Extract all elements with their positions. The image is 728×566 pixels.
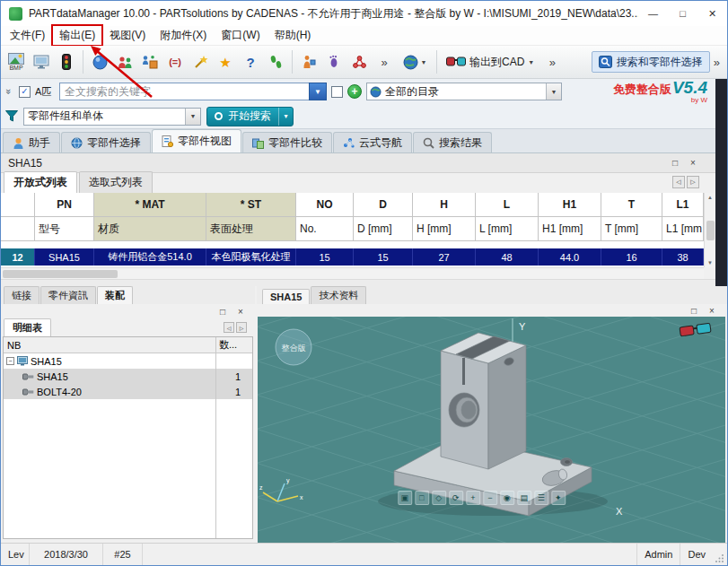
structure-button[interactable] — [347, 48, 371, 76]
table-horizontal-scrollbar[interactable] — [1, 267, 704, 279]
vscroll-thumb[interactable] — [706, 221, 715, 240]
tab-model-sha15[interactable]: SHA15 — [262, 289, 310, 304]
menu-export[interactable]: 输出(E) — [52, 25, 102, 46]
column-header-pn[interactable]: PN — [35, 193, 94, 217]
menu-window[interactable]: 窗口(W) — [214, 25, 267, 46]
column-header-st[interactable]: * ST — [206, 193, 296, 217]
tab-bom-list[interactable]: 明细表 — [4, 318, 51, 336]
tab-links[interactable]: 链接 — [4, 286, 39, 304]
tab-pick-list[interactable]: 选取式列表 — [79, 171, 153, 193]
scope-combobox[interactable]: 零部件组和单体 ▼ — [23, 108, 201, 126]
favorites-button[interactable]: ★ — [214, 48, 237, 76]
cad-overflow-button[interactable]: » — [540, 48, 564, 76]
viewer-maximize-button[interactable]: □ — [688, 306, 700, 316]
wand-button[interactable] — [189, 48, 212, 76]
tab-search-results[interactable]: 搜索结果 — [413, 132, 492, 152]
view-tool-button[interactable]: + — [466, 491, 480, 505]
tab-part-view[interactable]: 零部件视图 — [152, 129, 241, 152]
bom-row-bolt[interactable]: BOLT4-20 1 — [4, 384, 252, 399]
menu-addons[interactable]: 附加件(X) — [153, 25, 214, 46]
menu-view[interactable]: 视图(V) — [102, 25, 153, 46]
column-header-h[interactable]: H — [413, 193, 476, 217]
bom-column-qty[interactable]: 数... — [216, 337, 252, 353]
filter-checkbox[interactable] — [331, 86, 343, 98]
scroll-up-icon[interactable]: ▲ — [707, 194, 713, 201]
scope-dropdown-button[interactable]: ▼ — [185, 109, 200, 125]
doc-maximize-button[interactable]: □ — [669, 158, 681, 168]
export-person-button[interactable] — [297, 48, 320, 76]
menu-file[interactable]: 文件(F) — [3, 25, 52, 46]
scroll-down-icon[interactable]: ▼ — [707, 259, 713, 266]
tab-cloud-navigation[interactable]: 云式导航 — [333, 132, 412, 152]
start-search-button[interactable]: 开始搜索 ▾ — [206, 107, 294, 126]
traffic-light-button[interactable] — [55, 48, 78, 76]
bom-row-part[interactable]: SHA15 1 — [4, 369, 252, 384]
view-tool-button[interactable]: ☰ — [534, 491, 548, 505]
footprints-button[interactable] — [264, 48, 287, 76]
bmp-export-button[interactable]: BMP — [4, 48, 28, 76]
horizontal-splitter[interactable] — [1, 279, 715, 286]
match-checkbox[interactable]: ✓ — [19, 86, 31, 98]
help-button[interactable]: ? — [239, 48, 262, 76]
keyword-dropdown-button[interactable]: ▼ — [309, 83, 327, 100]
resize-grip[interactable] — [713, 544, 727, 565]
catalog-combobox[interactable]: 全部的目录 ▼ — [366, 83, 562, 100]
maximize-button[interactable]: □ — [668, 1, 697, 26]
column-header-l[interactable]: L — [476, 193, 539, 217]
bom-nav-right-button[interactable]: ▷ — [236, 322, 247, 333]
tab-tech-docs[interactable]: 技术资料 — [311, 286, 366, 304]
collapse-search-icon[interactable]: » — [4, 86, 14, 97]
export-to-cad-button[interactable]: 输出到CAD ▼ — [442, 50, 539, 74]
collapsed-dock-panel[interactable] — [715, 79, 728, 301]
add-filter-button[interactable]: + — [347, 84, 362, 99]
column-header-h1[interactable]: H1 — [539, 193, 601, 217]
viewer-close-button[interactable]: × — [706, 306, 718, 316]
view-tool-button[interactable]: ▣ — [398, 491, 412, 505]
list-nav-left-button[interactable]: ◁ — [672, 176, 685, 188]
toolbar-overflow-button[interactable]: » — [373, 48, 396, 76]
tree-collapse-icon[interactable]: − — [6, 357, 14, 365]
sphere-button[interactable] — [88, 48, 111, 76]
keyword-search-input[interactable] — [59, 83, 309, 100]
menu-help[interactable]: 帮助(H) — [268, 25, 319, 46]
bom-row-root[interactable]: − SHA15 — [4, 353, 252, 369]
assembly-maximize-button[interactable]: □ — [216, 307, 229, 317]
column-header-mat[interactable]: * MAT — [94, 193, 206, 217]
column-header-no[interactable]: NO — [296, 193, 354, 217]
right-overflow-button[interactable]: » — [714, 57, 720, 68]
table-vertical-scrollbar[interactable]: ▲ ▼ — [704, 193, 715, 267]
start-search-dropdown[interactable]: ▾ — [278, 108, 293, 126]
preview-button[interactable] — [30, 48, 53, 76]
bom-nav-left-button[interactable]: ◁ — [224, 322, 234, 333]
tab-open-list[interactable]: 开放式列表 — [4, 171, 77, 193]
globe-dropdown-button[interactable]: ▼ — [398, 48, 432, 76]
assembly-close-button[interactable]: × — [234, 307, 247, 317]
view-tool-button[interactable]: − — [483, 491, 497, 505]
catalog-dropdown-button[interactable]: ▼ — [546, 83, 561, 100]
table-row-selected[interactable]: 12 SHA15 铸件用铝合金514.0 本色阳极氧化处理 15 15 27 4… — [1, 248, 704, 266]
column-header-t[interactable]: T — [601, 193, 662, 217]
bom-column-name[interactable]: NB — [4, 337, 216, 353]
view-tool-button[interactable]: ◉ — [500, 491, 514, 505]
list-nav-right-button[interactable]: ▷ — [687, 176, 699, 188]
view-tool-button[interactable]: ✦ — [551, 491, 566, 505]
tab-part-info[interactable]: 零件資訊 — [40, 286, 96, 304]
view-tool-button[interactable]: ⟳ — [449, 491, 463, 505]
view-tool-button[interactable]: □ — [415, 491, 429, 505]
view-tool-button[interactable]: ◇ — [432, 491, 446, 505]
column-header-d[interactable]: D — [354, 193, 413, 217]
footprint-button[interactable] — [322, 48, 346, 76]
doc-close-button[interactable]: × — [687, 158, 699, 168]
hscroll-thumb[interactable] — [3, 270, 118, 278]
tab-part-selection[interactable]: 零部件选择 — [61, 132, 151, 152]
tab-part-compare[interactable]: 零部件比较 — [242, 132, 332, 152]
column-header-l1[interactable]: L1 — [662, 193, 704, 217]
close-button[interactable]: ✕ — [697, 1, 727, 26]
tab-assembly[interactable]: 装配 — [97, 286, 133, 304]
group-export-button[interactable] — [138, 48, 162, 76]
tab-assistant[interactable]: 助手 — [3, 132, 60, 152]
view-tool-button[interactable]: ▤ — [517, 491, 531, 505]
formula-button[interactable]: (=) — [163, 48, 187, 76]
minimize-button[interactable]: — — [638, 1, 668, 26]
users-button[interactable] — [113, 48, 136, 76]
